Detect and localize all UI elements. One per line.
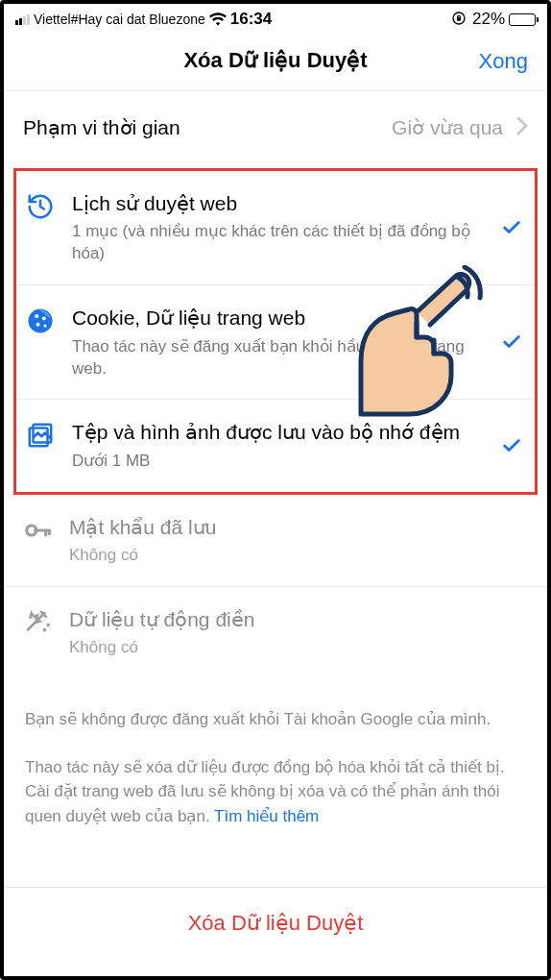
autofill-icon <box>21 606 54 637</box>
page-header: Xóa Dữ liệu Duyệt Xong <box>4 33 547 91</box>
option-subtitle: Dưới 1 MB <box>72 451 483 473</box>
battery-indicator: 22% <box>472 10 536 29</box>
option-title: Dữ liệu tự động điền <box>69 606 528 633</box>
footer-note-1: Bạn sẽ không được đăng xuất khỏi Tài kho… <box>4 678 547 740</box>
key-icon <box>21 514 54 545</box>
option-subtitle: 1 mục (và nhiều mục khác trên các thiết … <box>72 221 483 265</box>
checkmark-icon <box>498 217 525 238</box>
chevron-right-icon <box>516 116 528 139</box>
status-right: 22% <box>451 10 536 29</box>
svg-point-4 <box>42 317 46 321</box>
signal-icon <box>15 14 30 25</box>
svg-point-3 <box>35 314 38 318</box>
status-left: Viettel#Hay cai dat Bluezone 16:34 <box>15 10 272 29</box>
selected-data-types-highlight: Lịch sử duyệt web 1 mục (và nhiều mục kh… <box>13 168 538 495</box>
option-title: Mật khẩu đã lưu <box>69 514 528 541</box>
option-browsing-history[interactable]: Lịch sử duyệt web 1 mục (và nhiều mục kh… <box>16 171 535 285</box>
svg-rect-1 <box>457 17 461 20</box>
option-subtitle: Không có <box>69 545 528 567</box>
cookie-icon <box>24 305 57 335</box>
svg-point-5 <box>36 323 40 327</box>
option-autofill[interactable]: Dữ liệu tự động điền Không có <box>4 587 547 678</box>
time-range-label: Phạm vi thời gian <box>23 116 180 139</box>
option-cookies[interactable]: Cookie, Dữ liệu trang web Thao tác này s… <box>16 285 535 400</box>
checkmark-icon <box>498 331 525 353</box>
svg-point-11 <box>48 625 49 625</box>
carrier-label: Viettel#Hay cai dat Bluezone <box>34 12 205 27</box>
clear-data-button[interactable]: Xóa Dữ liệu Duyệt <box>188 911 364 935</box>
battery-percent: 22% <box>472 10 505 29</box>
battery-icon <box>509 13 536 26</box>
history-icon <box>24 190 57 221</box>
footer-note-2: Thao tác này sẽ xóa dữ liệu được đồng bộ… <box>4 740 547 850</box>
wifi-icon <box>209 12 227 26</box>
svg-point-6 <box>43 325 46 328</box>
checkmark-icon <box>498 435 525 456</box>
option-cached-files[interactable]: Tệp và hình ảnh được lưu vào bộ nhớ đệm … <box>16 400 535 491</box>
option-saved-passwords[interactable]: Mật khẩu đã lưu Không có <box>4 495 547 587</box>
svg-point-2 <box>29 309 53 333</box>
time-range-row[interactable]: Phạm vi thời gian Giờ vừa qua <box>4 91 547 164</box>
orientation-lock-icon <box>451 11 467 29</box>
option-title: Lịch sử duyệt web <box>72 190 483 217</box>
option-title: Cookie, Dữ liệu trang web <box>72 305 483 331</box>
images-icon <box>24 419 57 450</box>
bottom-toolbar: Xóa Dữ liệu Duyệt <box>4 887 547 976</box>
time-range-value: Giờ vừa qua <box>392 116 516 139</box>
page-title: Xóa Dữ liệu Duyệt <box>183 48 367 72</box>
done-button[interactable]: Xong <box>479 49 528 74</box>
option-subtitle: Không có <box>69 637 528 659</box>
learn-more-link[interactable]: Tìm hiểu thêm <box>214 807 319 825</box>
status-time: 16:34 <box>230 10 272 29</box>
option-subtitle: Thao tác này sẽ đăng xuất bạn khỏi hầu h… <box>72 336 483 380</box>
option-title: Tệp và hình ảnh được lưu vào bộ nhớ đệm <box>72 419 483 446</box>
svg-point-10 <box>44 629 45 630</box>
status-bar: Viettel#Hay cai dat Bluezone 16:34 22% <box>4 4 547 33</box>
